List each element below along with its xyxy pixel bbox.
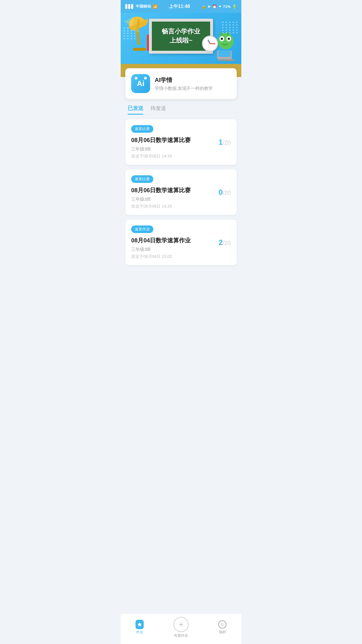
status-time: 上午11:48 [169, 4, 190, 10]
assignment-card[interactable]: 速算比赛 08月06日数学速算比赛 三年级3班 发送于08月06日 14:25 … [125, 169, 237, 215]
assignment-card[interactable]: 速算比赛 08月06日数学速算比赛 三年级3班 发送于08月06日 14:26 … [125, 119, 237, 165]
assignment-title: 08月06日数学速算比赛 [131, 136, 231, 144]
carrier-name: 中国移动 [136, 4, 151, 9]
count-total: /20 [223, 190, 231, 196]
tab-sent[interactable]: 已发送 [128, 105, 143, 115]
tab-pending[interactable]: 待发送 [150, 105, 166, 115]
bluetooth-icon: ✦ [218, 4, 222, 9]
signal-icon: ▋▋▋ [125, 4, 134, 9]
ai-card-subtitle: 学情小数据,发现不一样的教学 [155, 86, 213, 91]
assignment-time: 发送于08月06日 14:26 [131, 154, 231, 159]
assignment-badge: 速算比赛 [131, 175, 153, 183]
status-left: ▋▋▋ 中国移动 📶 [125, 4, 157, 9]
ai-icon-label: Ai [137, 79, 145, 88]
status-right: 🔒 ➤ ⏰ ✦ 71% 🔋 [201, 4, 237, 9]
assignment-class: 三年级3班 [131, 146, 231, 152]
count-total: /20 [223, 139, 231, 146]
assignment-count: 2/20 [219, 238, 231, 247]
assignment-count: 1/20 [219, 138, 231, 147]
battery-percent: 71% [223, 4, 231, 9]
ai-learning-card[interactable]: Ai AI学情 学情小数据,发现不一样的教学 [125, 68, 237, 99]
assignment-title: 08月06日数学速算比赛 [131, 186, 231, 194]
assignment-count: 0/20 [219, 188, 231, 197]
assignment-card[interactable]: 速算作业 08月04日数学速算作业 三年级3班 发送于08月04日 15:02 … [125, 220, 237, 265]
assignment-title: 08月04日数学速算作业 [131, 237, 231, 244]
count-number: 0 [219, 188, 223, 197]
count-number: 1 [219, 138, 223, 146]
banner-background: 畅言小学作业 上线啦~ [121, 13, 241, 64]
assignment-time: 发送于08月04日 15:02 [131, 254, 231, 259]
alarm-icon: ⏰ [212, 4, 217, 9]
assignment-badge: 速算比赛 [131, 125, 153, 133]
assignment-time: 发送于08月06日 14:25 [131, 204, 231, 209]
battery-icon: 🔋 [232, 4, 237, 9]
assignment-badge: 速算作业 [131, 225, 153, 233]
ai-icon: Ai [131, 74, 150, 93]
count-total: /20 [223, 240, 231, 246]
ai-card-title: AI学情 [155, 76, 213, 84]
count-number: 2 [219, 238, 223, 247]
clock-illustration [202, 36, 218, 52]
status-bar: ▋▋▋ 中国移动 📶 上午11:48 🔒 ➤ ⏰ ✦ 71% 🔋 [121, 0, 241, 13]
tabs-container: 已发送 待发送 [121, 99, 241, 115]
lock-icon: 🔒 [201, 4, 206, 9]
banner-title: 畅言小学作业 上线啦~ [162, 27, 200, 45]
assignment-class: 三年级3班 [131, 197, 231, 202]
monster-character [217, 32, 236, 52]
header-banner: 畅言小学作业 上线啦~ [121, 13, 241, 77]
wifi-icon: 📶 [153, 4, 157, 9]
ai-card-info: AI学情 学情小数据,发现不一样的教学 [155, 76, 213, 91]
assignment-class: 三年级3班 [131, 247, 231, 252]
location-icon: ➤ [208, 4, 211, 9]
assignments-list: 速算比赛 08月06日数学速算比赛 三年级3班 发送于08月06日 14:26 … [121, 115, 241, 270]
